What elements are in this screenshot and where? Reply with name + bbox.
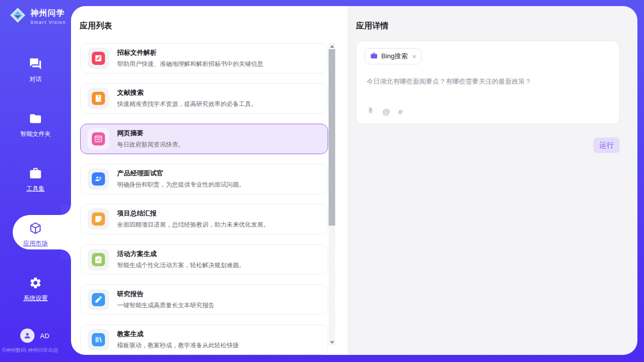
sidebar-item-label: 工具集 [0,185,71,193]
user-name: AD [40,332,49,340]
prompt-card: Bing搜索 × 今日湖北有哪些新闻要点？有哪些需要关注的最新政策？ @ # [356,41,620,124]
sidebar-item-settings[interactable]: 系统设置 [0,276,71,303]
app-card-title: 招标文件解析 [117,48,263,57]
gear-icon [29,282,42,291]
brand-subtitle: Smart Vision [30,20,66,25]
app-icon-frame [88,48,109,69]
bubble-curve-bottom [61,249,71,260]
tool-tag-label: Bing搜索 [381,52,408,61]
app-card-pm-interviewer[interactable]: 产品经理面试官 明确身份和职责，为您提供专业性的面试问题。 [80,164,328,194]
app-card-literature-search[interactable]: 文献搜索 快速精准查找学术资源，提高研究效率的必备工具。 [80,83,328,114]
folder-icon [29,118,42,127]
briefcase-icon [370,52,378,61]
app-icon-frame [88,208,109,230]
app-icon-frame [88,168,109,190]
app-root: { "brand": { "name": "神州问学", "subtitle":… [0,0,644,362]
user-account[interactable]: AD [20,329,49,343]
sidebar-item-label: 应用市场 [0,239,71,248]
app-icon-frame [88,128,109,150]
prompt-input[interactable]: 今日湖北有哪些新闻要点？有哪些需要关注的最新政策？ [367,77,609,87]
input-toolbar: @ # [367,106,403,117]
sidebar-item-toolset[interactable]: 工具集 [0,167,71,193]
app-card-title: 产品经理面试官 [117,169,245,178]
avatar [20,329,34,343]
run-button[interactable]: 运行 [593,137,620,153]
app-card-title: 网页摘要 [117,129,184,138]
scroll-down-icon[interactable] [329,339,335,345]
app-detail-title: 应用详情 [356,21,388,31]
pen-report-icon [92,293,105,306]
sidebar-item-chat[interactable]: 对话 [0,57,71,84]
app-card-title: 文献搜索 [117,88,257,97]
at-icon[interactable]: @ [382,107,390,116]
sidebar-item-smart-folder[interactable]: 智能文件夹 [0,112,71,138]
app-card-desc: 智能生成个性化活动方案，轻松解决规划难题。 [117,261,245,270]
toolbox-icon [29,173,42,182]
interviewer-icon [92,172,105,186]
app-card-desc: 帮助用户快速、准确地理解和解析招标书中的关键信息 [117,60,263,68]
sidebar-item-app-market[interactable]: 应用市场 [0,222,71,248]
scroll-up-icon[interactable] [329,43,335,49]
app-card-desc: 快速精准查找学术资源，提高研究效率的必备工具。 [117,100,257,108]
app-card-desc: 明确身份和职责，为您提供专业性的面试问题。 [117,180,245,189]
app-list-title: 应用列表 [80,21,112,31]
brand-logo: 神州问学 Smart Vision [8,6,66,27]
app-card-title: 活动方案生成 [117,249,245,259]
chat-icon [29,63,42,72]
sidebar-item-label: 智能文件夹 [0,130,71,138]
sidebar-item-label: 对话 [0,75,71,84]
app-icon-frame [88,88,109,109]
edit-doc-icon [92,52,105,65]
app-card-research-report[interactable]: 研究报告 一键智能生成高质量长文本研究报告 [80,284,328,315]
app-card-lesson-plan[interactable]: 教案生成 模板驱动，教案秒成，教学准备从此轻松快捷 [80,324,328,355]
app-detail-panel: 应用详情 Bing搜索 × 今日湖北有哪些新闻要点？有哪些需要关注的最新政策？ … [347,6,637,355]
app-card-desc: 模板驱动，教案秒成，教学准备从此轻松快捷 [117,341,239,350]
app-icon-frame [88,289,109,310]
main-content: 应用列表 招标文件解析 帮助用户快速、准确地理解和解析招标书中的关键信息 文献搜… [71,6,637,355]
brand-name: 神州问学 [30,9,65,17]
app-card-desc: 每日政府新闻资讯快查。 [117,140,184,149]
browser-code-icon [92,132,105,146]
app-card-event-plan[interactable]: 活动方案生成 智能生成个性化活动方案，轻松解决规划难题。 [80,244,328,275]
app-card-bid-analysis[interactable]: 招标文件解析 帮助用户快速、准确地理解和解析招标书中的关键信息 [80,43,328,74]
app-card-desc: 全面回顾项目进展，总结经验教训，助力未来优化发展。 [117,221,269,229]
app-card-project-summary[interactable]: 项目总结汇报 全面回顾项目进展，总结经验教训，助力未来优化发展。 [80,204,328,234]
copyright-text: ©神州数码·神州问学出品 [2,347,71,354]
tool-tag-bing-search[interactable]: Bing搜索 × [365,48,422,64]
app-list-panel: 应用列表 招标文件解析 帮助用户快速、准确地理解和解析招标书中的关键信息 文献搜… [71,6,347,355]
app-card-web-summary[interactable]: 网页摘要 每日政府新闻资讯快查。 [80,124,328,154]
app-card-desc: 一键智能生成高质量长文本研究报告 [117,301,214,310]
bubble-curve-top [61,205,71,215]
scrollbar-thumb[interactable] [329,49,335,226]
app-card-title: 教案生成 [117,330,239,339]
sidebar-item-label: 系统设置 [0,294,71,303]
cube-icon [29,228,42,236]
app-icon-frame [88,329,109,350]
hash-icon[interactable]: # [398,107,402,116]
app-list-scrollbar[interactable] [329,43,335,345]
app-card-title: 项目总结汇报 [117,209,269,218]
app-icon-frame [88,249,109,270]
books-icon [92,333,105,346]
diamond-logo-icon [8,6,27,27]
book-icon [92,92,105,105]
sidebar: 神州问学 Smart Vision 对话 智能文件夹 工具集 应用市场 [0,0,71,362]
note-icon [92,212,105,226]
clipboard-check-icon [92,253,105,266]
close-icon[interactable]: × [412,53,416,60]
app-card-title: 研究报告 [117,289,214,299]
paperclip-icon[interactable] [367,106,374,117]
